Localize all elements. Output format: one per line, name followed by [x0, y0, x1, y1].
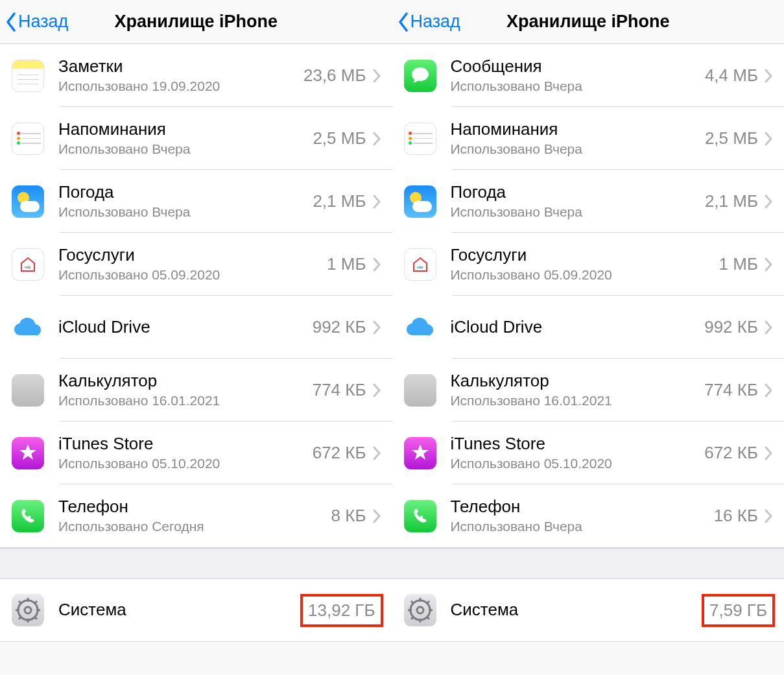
app-row[interactable]: iTunes StoreИспользовано 05.10.2020672 К… — [392, 421, 785, 484]
app-row[interactable]: госГосуслугиИспользовано 05.09.20201 МБ — [392, 233, 785, 296]
chevron-right-icon — [765, 320, 772, 335]
system-size: 7,59 ГБ — [709, 600, 767, 621]
app-row[interactable]: госГосуслугиИспользовано 05.09.20201 МБ — [0, 233, 392, 296]
chevron-right-icon — [373, 446, 381, 460]
app-name: Сообщения — [451, 57, 705, 77]
app-row[interactable]: КалькуляторИспользовано 16.01.2021774 КБ — [0, 359, 392, 421]
app-row[interactable]: ТелефонИспользовано Сегодня8 КБ — [0, 484, 392, 547]
app-name: iTunes Store — [58, 434, 313, 454]
app-size: 2,5 МБ — [313, 128, 366, 148]
chevron-right-icon — [765, 132, 772, 146]
app-meta: ЗаметкиИспользовано 19.09.2020 — [58, 57, 303, 94]
app-name: Госуслуги — [451, 246, 719, 265]
app-row[interactable]: iCloud Drive992 КБ — [392, 296, 785, 359]
svg-line-21 — [411, 617, 414, 619]
svg-line-10 — [19, 617, 21, 619]
app-meta: iCloud Drive — [451, 318, 705, 337]
app-last-used: Использовано Вчера — [451, 78, 705, 94]
back-button[interactable]: Назад — [392, 11, 460, 33]
system-row: Система 13,92 ГБ — [0, 579, 392, 642]
svg-line-9 — [34, 601, 37, 604]
app-row[interactable]: НапоминанияИспользовано Вчера2,5 МБ — [0, 107, 392, 170]
calculator-icon — [404, 374, 436, 407]
gosuslugi-icon: гос — [404, 248, 436, 281]
nav-header: Назад Хранилище iPhone — [392, 0, 785, 44]
nav-header: Назад Хранилище iPhone — [0, 0, 392, 44]
app-meta: ТелефонИспользовано Сегодня — [58, 497, 331, 534]
app-name: iCloud Drive — [58, 318, 313, 337]
system-label: Система — [58, 600, 300, 620]
calculator-icon — [12, 374, 44, 407]
app-meta: ГосуслугиИспользовано 05.09.2020 — [451, 246, 719, 283]
app-name: iTunes Store — [451, 434, 705, 454]
app-name: Напоминания — [58, 120, 313, 139]
app-row[interactable]: СообщенияИспользовано Вчера4,4 МБ — [392, 44, 785, 107]
settings-gear-icon — [12, 594, 44, 626]
chevron-right-icon — [765, 257, 772, 272]
highlight-box: 13,92 ГБ — [300, 594, 383, 627]
app-meta: НапоминанияИспользовано Вчера — [451, 120, 705, 157]
chevron-right-icon — [765, 195, 772, 209]
reminders-icon — [404, 123, 436, 155]
app-row[interactable]: iCloud Drive992 КБ — [0, 296, 392, 359]
app-meta: НапоминанияИспользовано Вчера — [58, 120, 313, 157]
app-row[interactable]: КалькуляторИспользовано 16.01.2021774 КБ — [392, 359, 785, 421]
app-row[interactable]: ТелефонИспользовано Вчера16 КБ — [392, 484, 785, 547]
system-row: Система 7,59 ГБ — [392, 579, 785, 642]
app-row[interactable]: iTunes StoreИспользовано 05.10.2020672 К… — [0, 421, 392, 484]
app-last-used: Использовано 16.01.2021 — [451, 393, 705, 409]
svg-text:гос: гос — [25, 265, 31, 269]
storage-panel-right: Назад Хранилище iPhone СообщенияИспользо… — [392, 0, 785, 675]
app-size: 16 КБ — [714, 506, 758, 526]
app-size: 2,1 МБ — [313, 191, 366, 211]
back-button[interactable]: Назад — [0, 11, 68, 33]
app-meta: КалькуляторИспользовано 16.01.2021 — [451, 372, 705, 409]
app-last-used: Использовано Вчера — [58, 141, 313, 157]
chevron-right-icon — [765, 509, 772, 523]
app-meta: ПогодаИспользовано Вчера — [451, 183, 705, 220]
app-row[interactable]: ЗаметкиИспользовано 19.09.202023,6 МБ — [0, 44, 392, 107]
chevron-right-icon — [765, 69, 772, 83]
svg-line-7 — [19, 601, 21, 604]
app-last-used: Использовано Вчера — [451, 204, 705, 220]
app-last-used: Использовано 05.09.2020 — [451, 267, 719, 283]
app-row[interactable]: ПогодаИспользовано Вчера2,1 МБ — [392, 170, 785, 233]
svg-line-19 — [427, 617, 429, 619]
notes-icon — [12, 60, 44, 92]
app-row[interactable]: ПогодаИспользовано Вчера2,1 МБ — [0, 170, 392, 233]
app-last-used: Использовано Вчера — [451, 519, 714, 534]
app-size: 1 МБ — [719, 254, 758, 274]
app-meta: СообщенияИспользовано Вчера — [451, 57, 705, 94]
app-name: Погода — [58, 183, 313, 202]
app-last-used: Использовано Сегодня — [58, 519, 331, 534]
highlight-box: 7,59 ГБ — [702, 594, 775, 627]
app-size: 2,5 МБ — [705, 128, 758, 148]
app-row[interactable]: НапоминанияИспользовано Вчера2,5 МБ — [392, 107, 785, 170]
chevron-right-icon — [373, 320, 381, 335]
chevron-right-icon — [373, 132, 381, 146]
app-meta: iTunes StoreИспользовано 05.10.2020 — [451, 434, 705, 471]
app-meta: ПогодаИспользовано Вчера — [58, 183, 313, 220]
section-gap — [0, 548, 392, 579]
svg-line-18 — [411, 601, 414, 604]
app-meta: КалькуляторИспользовано 16.01.2021 — [58, 372, 313, 409]
app-last-used: Использовано Вчера — [58, 204, 313, 220]
svg-point-2 — [25, 607, 31, 613]
chevron-right-icon — [765, 383, 772, 397]
app-last-used: Использовано 05.09.2020 — [58, 267, 327, 283]
icloud-drive-icon — [12, 311, 44, 344]
app-size: 672 КБ — [704, 443, 758, 463]
app-size: 2,1 МБ — [705, 191, 758, 211]
app-last-used: Использовано 05.10.2020 — [451, 456, 705, 471]
reminders-icon — [12, 123, 44, 155]
gosuslugi-icon: гос — [12, 248, 44, 281]
system-label: Система — [451, 600, 702, 620]
app-size: 774 КБ — [704, 380, 758, 400]
system-meta: Система — [58, 600, 300, 620]
app-meta: ГосуслугиИспользовано 05.09.2020 — [58, 246, 327, 283]
app-meta: ТелефонИспользовано Вчера — [451, 497, 714, 534]
phone-icon — [12, 500, 44, 532]
back-label: Назад — [410, 12, 460, 32]
phone-icon — [404, 500, 436, 532]
messages-icon — [404, 60, 436, 92]
